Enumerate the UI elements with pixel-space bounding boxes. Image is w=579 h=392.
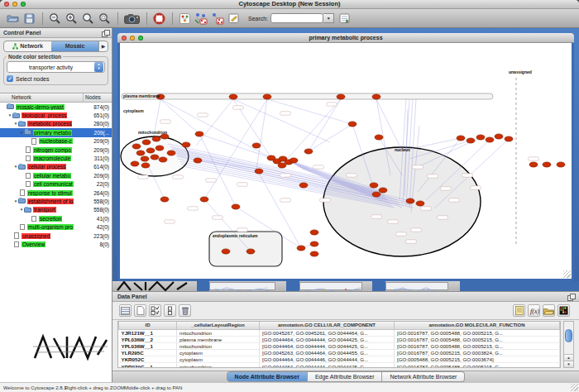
zoom-fit-icon[interactable] [97, 11, 112, 26]
network-node[interactable] [194, 158, 202, 163]
table-row[interactable]: YLR295Ccytoplasm[GO:0045263, GO:0044464,… [119, 350, 560, 356]
import-network-icon[interactable] [194, 11, 208, 26]
snapshot-icon[interactable] [122, 11, 141, 26]
edge[interactable] [267, 99, 352, 124]
tab-overflow-arrow[interactable]: ▶ [98, 41, 108, 51]
network-node[interactable] [337, 94, 345, 99]
network-node[interactable] [152, 136, 160, 141]
network-node[interactable] [146, 148, 155, 153]
edge[interactable] [256, 99, 267, 169]
tree-row[interactable]: mosaic-demo-yeast874(0) [0, 103, 112, 111]
help-lifesaver-icon[interactable] [151, 11, 166, 26]
network-node[interactable] [406, 198, 414, 203]
scroll-up-icon[interactable]: ▲ [564, 354, 573, 361]
float-panel-icon[interactable] [102, 30, 108, 36]
tab-node-attribute-browser[interactable]: Node Attribute Browser [227, 371, 308, 382]
network-node[interactable] [543, 162, 551, 167]
tab-network[interactable]: Network [4, 41, 51, 51]
zoom-in-icon[interactable] [64, 11, 79, 26]
table-row[interactable]: YPL036W__1mitochondrion[GO:0044464, GO:0… [119, 342, 560, 349]
vizmapper-icon[interactable] [177, 11, 192, 26]
tree-row[interactable]: cellular metabo209(0) [0, 171, 112, 179]
network-node[interactable] [297, 246, 305, 251]
network-node[interactable] [142, 140, 151, 145]
tree-row[interactable]: macromolecule311(0) [0, 154, 112, 162]
edge[interactable] [233, 99, 330, 142]
tree-row[interactable]: ▼biological_process651(0) [0, 111, 112, 119]
select-attributes-icon[interactable] [149, 304, 161, 317]
network-canvas[interactable]: plasma membranecytoplasmmitochondrionnuc… [120, 43, 572, 279]
network-node[interactable] [255, 169, 263, 174]
network-node[interactable] [476, 135, 485, 140]
network-window-titlebar[interactable]: primary metabolic process [117, 33, 574, 43]
network-node[interactable] [304, 149, 313, 154]
table-column-header[interactable]: annotation.GO CELLULAR_COMPONENT [260, 322, 395, 329]
zoom-window-button[interactable] [21, 2, 26, 7]
tree-row[interactable]: nucleobase-c209(0) [0, 137, 112, 146]
tree-row[interactable]: response to stimul264(0) [0, 189, 112, 197]
network-node[interactable] [131, 161, 139, 166]
attribute-matrix-icon[interactable] [557, 304, 570, 317]
search-input[interactable] [270, 13, 323, 23]
network-node[interactable] [310, 241, 318, 246]
cascaded-windows-strip[interactable] [112, 281, 579, 291]
network-node[interactable] [486, 137, 494, 142]
color-attribute-dropdown[interactable]: transporter activity ▲▼ [7, 61, 105, 73]
network-graph[interactable]: plasma membranecytoplasmmitochondrionnuc… [120, 43, 572, 279]
tree-row[interactable]: ▼establishment of lo558(0) [0, 197, 112, 205]
edge[interactable] [376, 99, 402, 151]
edge[interactable] [309, 99, 341, 151]
network-node[interactable] [375, 135, 383, 140]
tree-row[interactable]: ▼metabolic process280(0) [0, 120, 112, 128]
tree-row[interactable]: secretion41(0) [0, 214, 112, 222]
tab-mosaic[interactable]: Mosaic [51, 41, 98, 51]
network-node[interactable] [200, 197, 208, 202]
tab-network-attribute-browser[interactable]: Network Attribute Browser [382, 371, 465, 382]
attribute-table-icon[interactable] [119, 304, 132, 317]
import-attributes-icon[interactable] [543, 304, 555, 317]
tree-row[interactable]: ▼transport558(0) [0, 206, 112, 214]
network-node[interactable] [457, 136, 465, 141]
minimize-button[interactable] [12, 2, 17, 7]
network-node[interactable] [159, 157, 167, 162]
table-row[interactable]: YPL036W__2plasma membrane[GO:0044464, GO… [119, 336, 560, 342]
net-close-button[interactable] [122, 36, 127, 41]
tree-col-network[interactable]: Network [0, 93, 84, 102]
network-node[interactable] [263, 94, 271, 99]
network-node[interactable] [141, 156, 149, 161]
close-button[interactable] [4, 2, 9, 7]
tree-row[interactable]: ▼primary metabo209(... [0, 128, 112, 136]
edge[interactable] [282, 99, 341, 165]
net-minimize-button[interactable] [130, 36, 135, 41]
network-node[interactable] [160, 197, 169, 202]
attribute-editor-icon[interactable] [513, 304, 525, 317]
network-node[interactable] [299, 183, 308, 188]
network-node[interactable] [182, 142, 190, 147]
data-panel-float-icon[interactable] [567, 294, 574, 299]
tab-edge-attribute-browser[interactable]: Edge Attribute Browser [308, 371, 383, 382]
edge[interactable] [204, 99, 267, 199]
network-node[interactable] [156, 146, 164, 151]
table-row[interactable]: YDR039C__1mitochondrion[GO:0044464, GO:0… [119, 363, 560, 368]
table-scrollbar[interactable]: ▲ ▼ [563, 321, 574, 368]
network-node[interactable] [372, 94, 380, 99]
table-column-header[interactable]: annotation.GO MOLECULAR_FUNCTION [395, 322, 560, 329]
network-node[interactable] [372, 192, 380, 197]
net-zoom-button[interactable] [138, 36, 143, 41]
import-table-icon[interactable] [210, 11, 225, 26]
network-node[interactable] [348, 122, 356, 127]
network-node[interactable] [229, 94, 237, 99]
edge[interactable] [402, 138, 461, 151]
tree-col-nodes[interactable]: Nodes [84, 93, 112, 102]
network-node[interactable] [222, 249, 230, 254]
network-node[interactable] [310, 251, 318, 256]
search-dropdown-button[interactable]: ▼ [323, 13, 334, 23]
birds-eye-view[interactable] [31, 330, 109, 361]
resize-grip-icon[interactable] [563, 270, 571, 278]
network-node[interactable] [379, 188, 387, 193]
table-column-header[interactable]: ID [119, 322, 177, 329]
network-node[interactable] [136, 151, 145, 155]
delete-attribute-icon[interactable] [179, 304, 191, 317]
network-node[interactable] [167, 151, 175, 155]
network-node[interactable] [132, 144, 141, 149]
